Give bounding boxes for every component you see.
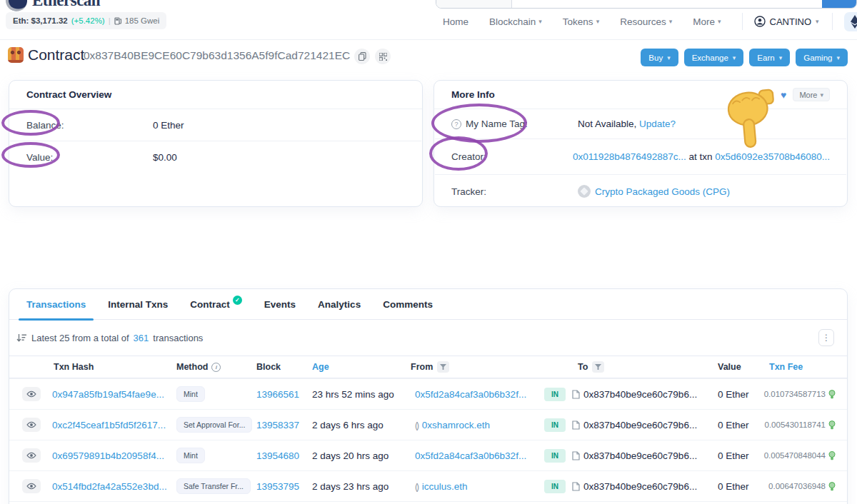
to-address: 0x837b40be9ce60c79b6... — [583, 450, 697, 461]
info-icon[interactable]: i — [211, 363, 221, 372]
update-name-tag-link[interactable]: Update? — [639, 119, 676, 129]
value-cell: 0 Ether — [712, 481, 758, 492]
favorite-heart-icon[interactable]: ♥ — [781, 89, 786, 101]
search-input[interactable] — [512, 0, 822, 8]
creator-label: Creator: — [451, 151, 573, 162]
qr-code-icon — [379, 53, 387, 61]
creator-row: Creator: 0x011928b4876492887c... at txn … — [434, 139, 847, 174]
divider — [742, 13, 743, 30]
col-age[interactable]: Age — [312, 362, 411, 372]
preview-txn-button[interactable] — [22, 387, 41, 401]
txn-hash-link[interactable]: 0xc2f45ceaf1b5fd5f2617... — [48, 420, 176, 430]
more-button[interactable]: More▾ — [793, 88, 830, 101]
block-link[interactable]: 13958337 — [256, 420, 312, 430]
etherscan-logo[interactable]: Etherscan — [6, 0, 100, 11]
account-name: CANTINO — [770, 16, 812, 27]
fee-cell: 0.00647036948 — [758, 482, 847, 491]
nav-tokens[interactable]: Tokens▾ — [563, 16, 599, 27]
qr-code-button[interactable] — [375, 49, 391, 64]
from-address-link[interactable]: () 0xshamrock.eth — [411, 420, 538, 430]
contract-title-row: Contract 0x837B40BE9CE60C79b63d1356A5f9f… — [0, 40, 857, 74]
preview-txn-button[interactable] — [22, 418, 41, 432]
page-title: Contract — [28, 46, 84, 64]
overview-card-title: Contract Overview — [9, 81, 422, 109]
tab-analytics[interactable]: Analytics — [318, 289, 361, 320]
nav-resources[interactable]: Resources▾ — [620, 16, 672, 27]
name-tag-label: ? My Name Tag: — [451, 119, 578, 129]
gas-tracker[interactable]: 185 Gwei — [114, 16, 160, 25]
contract-overview-card: Contract Overview Balance: 0 Ether Value… — [9, 80, 423, 207]
nav-blockchain[interactable]: Blockchain▾ — [489, 16, 542, 27]
table-options-button[interactable]: ⋮ — [818, 329, 834, 346]
table-row: 0x514fbd2fa42a552e3bd... Safe Transfer F… — [9, 470, 847, 501]
ens-icon: () — [415, 420, 418, 430]
nav-more[interactable]: More▾ — [693, 16, 721, 27]
tab-transactions[interactable]: Transactions — [26, 289, 86, 320]
total-transactions-link[interactable]: 361 — [134, 333, 149, 343]
tab-contract[interactable]: Contract✓ — [190, 289, 242, 320]
from-address-link[interactable]: 0x5fd2a84caf3a0b6b32f... — [411, 450, 538, 461]
document-icon — [572, 451, 580, 460]
copy-address-button[interactable] — [354, 49, 370, 64]
eye-icon — [26, 390, 36, 398]
txn-hash-link[interactable]: 0x69579891b4b20958f4... — [48, 450, 176, 461]
col-value: Value — [712, 362, 758, 372]
to-cell: 0x837b40be9ce60c79b6... — [572, 481, 712, 492]
transactions-summary: Latest 25 from a total of 361 transactio… — [9, 320, 847, 356]
search-bar — [436, 0, 857, 9]
gas-fee-lightbulb-icon[interactable] — [828, 390, 836, 399]
from-address-link[interactable]: 0x5fd2a84caf3a0b6b32f... — [411, 389, 538, 400]
creator-address-link[interactable]: 0x011928b4876492887c... — [573, 151, 686, 162]
tab-events[interactable]: Events — [264, 289, 296, 320]
fee-cell: 0.005430118741 — [758, 420, 847, 430]
tab-comments[interactable]: Comments — [383, 289, 433, 320]
tracker-link[interactable]: Crypto Packaged Goods (CPG) — [595, 186, 730, 197]
filter-from-button[interactable] — [437, 361, 449, 373]
exchange-button[interactable]: Exchange▾ — [684, 49, 744, 66]
account-menu[interactable]: CANTINO ▾ — [754, 16, 819, 27]
table-row: 0x947a85fb19af54fae9e... Mint 13966561 2… — [9, 378, 847, 409]
earn-button[interactable]: Earn▾ — [749, 49, 790, 66]
block-link[interactable]: 13966561 — [256, 389, 312, 400]
block-link[interactable]: 13953795 — [256, 481, 312, 492]
gas-fee-lightbulb-icon[interactable] — [828, 451, 836, 460]
preview-txn-button[interactable] — [22, 448, 41, 463]
txn-hash-link[interactable]: 0x947a85fb19af54fae9e... — [48, 389, 176, 400]
nav-home[interactable]: Home — [443, 16, 468, 27]
search-filter-dropdown[interactable] — [436, 0, 512, 8]
main-nav: Home Blockchain▾ Tokens▾ Resources▾ More… — [443, 11, 857, 31]
table-header-row: Txn Hash Methodi Block Age From To Value… — [9, 356, 847, 378]
direction-badge: IN — [544, 418, 566, 432]
block-link[interactable]: 13954680 — [256, 450, 312, 461]
eye-icon — [26, 483, 36, 490]
summary-suffix: transactions — [153, 333, 203, 343]
document-icon — [572, 390, 580, 399]
creator-txn-link[interactable]: 0x5d6092e35708b46080... — [715, 151, 830, 162]
filter-icon — [440, 364, 446, 371]
name-tag-value: Not Available, Update? — [578, 119, 676, 129]
from-address-link[interactable]: () icculus.eth — [411, 481, 538, 492]
txn-hash-link[interactable]: 0x514fbd2fa42a552e3bd... — [48, 481, 176, 492]
token-logo-icon — [578, 185, 591, 198]
preview-txn-button[interactable] — [22, 479, 41, 493]
search-button[interactable] — [822, 0, 856, 8]
filter-to-button[interactable] — [592, 361, 604, 373]
method-badge: Safe Transfer Fr... — [176, 478, 251, 494]
gaming-button[interactable]: Gaming▾ — [796, 49, 848, 66]
document-icon — [572, 482, 580, 491]
action-buttons: Buy▾ Exchange▾ Earn▾ Gaming▾ — [641, 49, 848, 66]
age-cell: 2 days 20 hrs ago — [312, 450, 411, 461]
gas-fee-lightbulb-icon[interactable] — [828, 482, 836, 491]
age-cell: 23 hrs 52 mins ago — [312, 389, 411, 400]
network-button[interactable] — [844, 12, 857, 31]
tab-internal-txns[interactable]: Internal Txns — [108, 289, 168, 320]
contract-address: 0x837B40BE9CE60C79b63d1356A5f9fCad721421… — [84, 49, 350, 62]
col-txn-fee[interactable]: Txn Fee — [758, 362, 847, 372]
gas-fee-lightbulb-icon[interactable] — [828, 420, 836, 430]
gas-price: 185 Gwei — [125, 16, 160, 25]
user-icon — [754, 16, 766, 27]
contract-avatar — [8, 47, 24, 63]
buy-button[interactable]: Buy▾ — [641, 49, 678, 66]
value-cell: 0 Ether — [712, 389, 758, 400]
chevron-down-icon: ▾ — [836, 54, 840, 61]
